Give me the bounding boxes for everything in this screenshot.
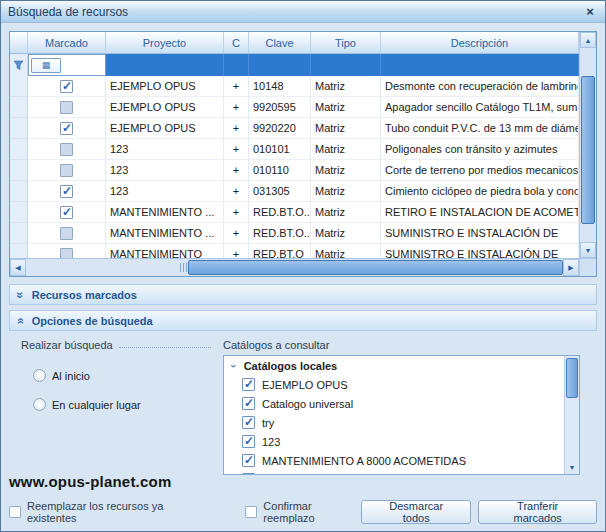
catalog-group-header[interactable]: › Catálogos locales	[224, 356, 564, 375]
filter-row-indicator	[10, 54, 28, 76]
cell-tipo: Matriz	[311, 160, 381, 181]
close-button[interactable]: ×	[582, 4, 598, 20]
catalog-checkbox[interactable]	[242, 416, 255, 429]
column-header-c[interactable]: C	[224, 32, 249, 54]
row-selector[interactable]	[10, 139, 28, 160]
radio-al-inicio[interactable]	[33, 369, 46, 382]
catalog-item-label: try	[262, 417, 274, 429]
row-checkbox[interactable]	[60, 143, 73, 156]
catalog-checkbox[interactable]	[242, 435, 255, 448]
filter-marcado-cell[interactable]: ▦	[28, 54, 106, 76]
reemplazar-checkbox[interactable]	[9, 506, 21, 518]
cell-tipo: Matriz	[311, 76, 381, 97]
table-row[interactable]: EJEMPLO OPUS + 9920595 Matriz Apagador s…	[10, 97, 579, 118]
filter-icon	[13, 60, 24, 71]
filter-row[interactable]: ▦	[10, 54, 579, 76]
row-selector[interactable]	[10, 202, 28, 223]
list-item[interactable]	[224, 470, 564, 474]
column-header-tipo[interactable]: Tipo	[311, 32, 381, 54]
table-row[interactable]: MANTENIMIENTO + RED.BT.O Matriz SUMINIST…	[10, 244, 579, 258]
grid-header-row: Marcado Proyecto C Clave Tipo Descripció…	[10, 32, 579, 54]
row-selector[interactable]	[10, 181, 28, 202]
chevron-expand-icon: »	[14, 291, 26, 298]
catalog-scroll-thumb[interactable]	[566, 358, 578, 398]
column-header-proyecto[interactable]: Proyecto	[106, 32, 224, 54]
cell-clave: 010101	[249, 139, 311, 160]
table-row[interactable]: 123 + 031305 Matriz Cimiento ciclópeo de…	[10, 181, 579, 202]
catalog-checkbox[interactable]	[242, 397, 255, 410]
expand-button[interactable]: +	[224, 139, 249, 160]
table-row[interactable]: EJEMPLO OPUS + 10148 Matriz Desmonte con…	[10, 76, 579, 97]
column-header-marcado[interactable]: Marcado	[28, 32, 106, 54]
expand-button[interactable]: +	[224, 76, 249, 97]
section-recursos-marcados[interactable]: » Recursos marcados	[9, 284, 597, 305]
row-checkbox[interactable]	[60, 185, 73, 198]
titlebar[interactable]: Búsqueda de recursos ×	[1, 1, 605, 23]
expand-button[interactable]: +	[224, 202, 249, 223]
filter-c-cell[interactable]	[224, 54, 249, 76]
horizontal-scroll-track[interactable]	[26, 259, 178, 276]
row-checkbox[interactable]	[60, 206, 73, 219]
filter-grid-picker-button[interactable]: ▦	[31, 58, 61, 73]
expand-button[interactable]: +	[224, 244, 249, 258]
filter-descripcion-cell[interactable]	[381, 54, 579, 76]
row-checkbox[interactable]	[60, 227, 73, 240]
transferir-marcados-button[interactable]: Tranferir marcados	[478, 500, 597, 524]
list-item[interactable]: Catalogo universal	[224, 394, 564, 413]
list-item[interactable]: EJEMPLO OPUS	[224, 375, 564, 394]
row-selector[interactable]	[10, 223, 28, 244]
cell-clave: 10148	[249, 76, 311, 97]
reemplazar-checkbox-group[interactable]: Reemplazar los recursos ya existentes	[9, 500, 207, 524]
table-row[interactable]: 123 + 010101 Matriz Poligonales con trán…	[10, 139, 579, 160]
vertical-scroll-thumb[interactable]	[581, 76, 595, 224]
catalog-checkbox[interactable]	[242, 378, 255, 391]
table-row[interactable]: EJEMPLO OPUS + 9920220 Matriz Tubo condu…	[10, 118, 579, 139]
row-selector[interactable]	[10, 244, 28, 258]
row-checkbox[interactable]	[60, 248, 73, 259]
row-checkbox[interactable]	[60, 101, 73, 114]
catalog-checkbox[interactable]	[242, 454, 255, 467]
catalog-vertical-scrollbar[interactable]: ▼	[564, 356, 579, 474]
filter-tipo-cell[interactable]	[311, 54, 381, 76]
expand-button[interactable]: +	[224, 223, 249, 244]
catalog-checkbox[interactable]	[242, 473, 255, 474]
catalog-scroll-down-arrow[interactable]: ▼	[565, 460, 579, 474]
row-checkbox[interactable]	[60, 122, 73, 135]
desmarcar-todos-button[interactable]: Desmarcar todos	[361, 500, 471, 524]
list-item[interactable]: try	[224, 413, 564, 432]
confirmar-checkbox[interactable]	[245, 506, 257, 518]
realizar-busqueda-label: Realizar búsqueda	[21, 339, 113, 351]
grid-horizontal-scrollbar[interactable]: ◀ ▶	[10, 258, 596, 276]
scroll-left-arrow[interactable]: ◀	[10, 259, 26, 276]
radio-en-cualquier-lugar[interactable]	[33, 398, 46, 411]
scrollbar-grip[interactable]	[178, 259, 188, 276]
expand-button[interactable]: +	[224, 97, 249, 118]
table-row[interactable]: 123 + 010110 Matriz Corte de terreno por…	[10, 160, 579, 181]
confirmar-checkbox-group[interactable]: Confirmar reemplazo	[245, 500, 361, 524]
filter-clave-cell[interactable]	[249, 54, 311, 76]
column-header-clave[interactable]: Clave	[249, 32, 311, 54]
expand-button[interactable]: +	[224, 160, 249, 181]
expand-button[interactable]: +	[224, 181, 249, 202]
row-checkbox[interactable]	[60, 80, 73, 93]
list-item[interactable]: 123	[224, 432, 564, 451]
grid-vertical-scrollbar[interactable]: ▲ ▼	[579, 32, 596, 258]
row-checkbox[interactable]	[60, 164, 73, 177]
column-header-descripcion[interactable]: Descripción	[381, 32, 579, 54]
row-selector[interactable]	[10, 118, 28, 139]
section-opciones-busqueda[interactable]: » Opciones de búsqueda	[9, 310, 597, 331]
horizontal-scroll-thumb[interactable]	[188, 260, 563, 275]
expand-button[interactable]: +	[224, 118, 249, 139]
filter-proyecto-cell[interactable]	[106, 54, 224, 76]
scroll-up-arrow[interactable]: ▲	[580, 32, 596, 48]
scroll-down-arrow[interactable]: ▼	[580, 242, 596, 258]
row-selector-header	[10, 32, 28, 54]
row-selector[interactable]	[10, 97, 28, 118]
row-selector[interactable]	[10, 76, 28, 97]
list-item[interactable]: MANTENIMIENTO A 8000 ACOMETIDAS	[224, 451, 564, 470]
row-selector[interactable]	[10, 160, 28, 181]
table-row[interactable]: MANTENIMIENTO ... + RED.BT.O... Matriz S…	[10, 223, 579, 244]
scroll-right-arrow[interactable]: ▶	[563, 259, 579, 276]
resources-grid: Marcado Proyecto C Clave Tipo Descripció…	[9, 31, 597, 277]
table-row[interactable]: MANTENIMIENTO ... + RED.BT.O... Matriz R…	[10, 202, 579, 223]
